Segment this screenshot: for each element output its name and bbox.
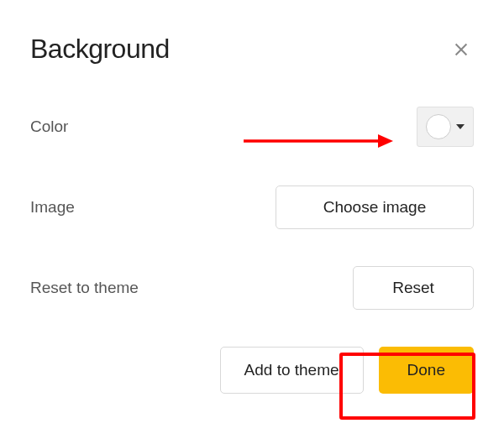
color-picker[interactable] xyxy=(417,107,474,147)
reset-button[interactable]: Reset xyxy=(353,266,474,310)
image-row: Image Choose image xyxy=(30,186,474,229)
reset-label: Reset to theme xyxy=(30,279,139,297)
dialog-title: Background xyxy=(30,34,170,65)
chevron-down-icon xyxy=(456,124,465,129)
color-row: Color xyxy=(30,105,474,149)
dialog-header: Background xyxy=(30,34,474,65)
dialog-footer: Add to theme Done xyxy=(30,347,474,394)
color-swatch xyxy=(426,114,451,139)
close-icon[interactable] xyxy=(449,37,474,62)
add-to-theme-button[interactable]: Add to theme xyxy=(220,347,364,394)
color-label: Color xyxy=(30,118,68,136)
choose-image-button[interactable]: Choose image xyxy=(276,186,474,229)
reset-row: Reset to theme Reset xyxy=(30,266,474,310)
image-label: Image xyxy=(30,198,75,217)
done-button[interactable]: Done xyxy=(379,347,474,394)
background-dialog: Background Color Image Choose image Rese… xyxy=(0,0,504,417)
